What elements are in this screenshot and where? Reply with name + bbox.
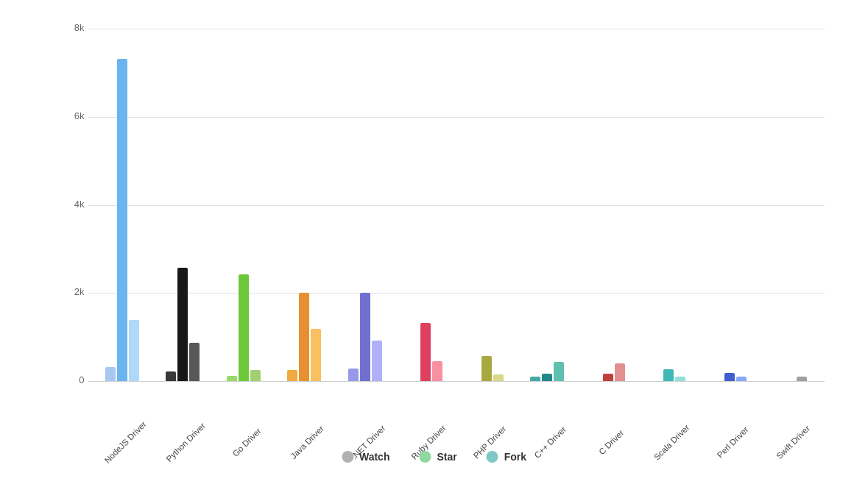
driver-group: C Driver — [578, 363, 639, 382]
fork-bar — [615, 363, 625, 382]
legend-dot-star — [419, 451, 431, 463]
legend-dot-watch — [342, 451, 353, 463]
legend-item-star: Star — [419, 451, 456, 463]
driver-label: NodeJS Driver — [102, 420, 147, 465]
fork-bar — [250, 370, 261, 382]
driver-label: Java Driver — [289, 424, 326, 460]
driver-label: Perl Driver — [716, 425, 750, 460]
legend-label-star: Star — [437, 451, 456, 463]
legend: WatchStarFork — [342, 451, 526, 463]
watch-bar — [105, 367, 116, 382]
x-axis-line — [88, 381, 825, 382]
driver-group: Java Driver — [274, 293, 335, 382]
driver-group: C++ Driver — [517, 362, 578, 382]
legend-label-watch: Watch — [359, 451, 389, 463]
driver-group: Ruby Driver — [395, 323, 456, 382]
y-tick-label: 0 — [52, 374, 85, 385]
watch-bar — [287, 370, 297, 382]
driver-group: Scala Driver — [638, 369, 699, 382]
driver-group: PHP Driver — [456, 356, 518, 382]
star-bar — [420, 323, 431, 382]
star-bar — [177, 268, 188, 382]
driver-label: C++ Driver — [533, 424, 568, 460]
fork-bar — [372, 341, 382, 382]
watch-bar — [166, 371, 176, 382]
legend-dot-fork — [487, 451, 498, 463]
driver-label: Go Driver — [230, 427, 262, 458]
fork-bar — [311, 329, 321, 382]
chart-container: 8k6k4k2k0 NodeJS DriverPython DriverGo D… — [29, 14, 839, 470]
fork-bar — [189, 343, 200, 382]
driver-group: Python Driver — [152, 268, 214, 382]
driver-label: C Driver — [597, 428, 625, 456]
star-bar — [481, 356, 492, 382]
star-bar — [299, 293, 309, 382]
y-tick-label: 8k — [52, 22, 85, 33]
driver-label: Swift Driver — [775, 424, 811, 460]
star-bar — [239, 274, 249, 382]
driver-label: Scala Driver — [652, 423, 691, 462]
bars-area: NodeJS DriverPython DriverGo DriverJava … — [88, 29, 825, 382]
y-tick-label: 2k — [52, 286, 85, 297]
star-bar — [117, 59, 127, 382]
watch-bar — [348, 369, 359, 382]
driver-group: NodeJS Driver — [92, 59, 153, 382]
legend-item-fork: Fork — [487, 451, 526, 463]
star-bar — [663, 369, 674, 382]
y-tick-label: 4k — [52, 199, 85, 210]
chart-area: 8k6k4k2k0 NodeJS DriverPython DriverGo D… — [88, 29, 825, 382]
driver-group: .NET Driver — [335, 293, 396, 382]
y-tick-label: 6k — [52, 110, 85, 121]
fork-bar — [129, 320, 139, 382]
driver-label: Python Driver — [165, 421, 208, 463]
star-bar — [360, 293, 370, 382]
fork-bar — [554, 362, 564, 382]
driver-group: Go Driver — [214, 274, 275, 382]
legend-item-watch: Watch — [342, 451, 389, 463]
fork-bar — [432, 361, 442, 382]
legend-label-fork: Fork — [504, 451, 526, 463]
